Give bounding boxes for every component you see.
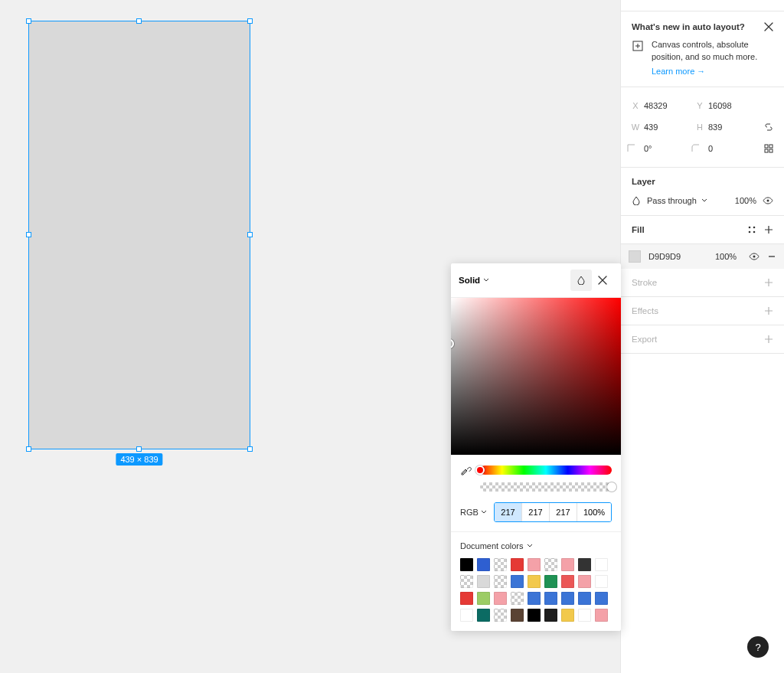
color-swatch[interactable] [544, 575, 557, 588]
fill-styles-icon[interactable] [747, 225, 756, 234]
stroke-panel-header: Stroke [621, 269, 784, 297]
color-swatch[interactable] [578, 558, 591, 571]
close-picker-button[interactable] [592, 270, 613, 291]
fill-opacity-input[interactable]: 100% [715, 252, 741, 261]
color-swatch[interactable] [528, 592, 541, 605]
color-swatch[interactable] [595, 592, 608, 605]
alpha-slider[interactable] [480, 482, 612, 492]
fill-swatch[interactable] [629, 250, 641, 263]
add-effect-button[interactable] [764, 306, 773, 315]
color-swatch[interactable] [595, 575, 608, 588]
resize-handle-tr[interactable] [247, 18, 253, 24]
color-swatch[interactable] [460, 558, 473, 571]
resize-handle-tl[interactable] [26, 18, 31, 24]
color-swatch[interactable] [477, 609, 490, 622]
color-swatch[interactable] [528, 575, 541, 588]
corner-radius-input[interactable]: 0 [708, 144, 713, 153]
color-swatch[interactable] [595, 558, 608, 571]
x-input[interactable]: 48329 [644, 101, 668, 110]
b-input[interactable] [550, 503, 577, 521]
remove-fill-button[interactable] [767, 252, 776, 261]
color-swatch[interactable] [528, 609, 541, 622]
selected-frame[interactable]: 439 × 839 [28, 21, 250, 449]
color-swatch[interactable] [494, 592, 507, 605]
color-swatch[interactable] [561, 558, 574, 571]
blend-toggle-button[interactable] [570, 270, 592, 291]
color-swatch[interactable] [460, 575, 473, 588]
alpha-input[interactable] [577, 503, 611, 521]
document-colors-select[interactable]: Document colors [460, 541, 612, 550]
fill-type-select[interactable]: Solid [459, 276, 570, 285]
whats-new-body: Canvas controls, absolute position, and … [652, 39, 773, 64]
color-swatch[interactable] [511, 558, 524, 571]
whats-new-title: What's new in auto layout? [632, 22, 745, 31]
saturation-cursor[interactable] [451, 339, 454, 348]
blend-mode-select[interactable]: Pass through [647, 196, 729, 205]
add-fill-button[interactable] [764, 225, 773, 234]
independent-corners-icon[interactable] [764, 144, 773, 153]
learn-more-link[interactable]: Learn more → [652, 67, 705, 76]
color-swatch[interactable] [544, 592, 557, 605]
color-swatch[interactable] [494, 609, 507, 622]
svg-point-7 [753, 227, 756, 229]
color-swatch[interactable] [561, 592, 574, 605]
g-input[interactable] [522, 503, 550, 521]
resize-handle-rc[interactable] [247, 232, 253, 237]
resize-handle-br[interactable] [247, 446, 253, 452]
color-swatch[interactable] [460, 592, 473, 605]
constrain-proportions-icon[interactable] [764, 123, 773, 132]
resize-handle-lc[interactable] [26, 232, 31, 237]
color-swatch[interactable] [561, 609, 574, 622]
color-swatch[interactable] [578, 609, 591, 622]
color-swatch[interactable] [561, 575, 574, 588]
width-input[interactable]: 439 [644, 123, 658, 132]
resize-handle-bc[interactable] [136, 446, 142, 452]
color-swatch[interactable] [528, 558, 541, 571]
hue-slider[interactable] [480, 466, 612, 475]
color-swatch[interactable] [511, 609, 524, 622]
w-label: W [627, 123, 644, 132]
rotation-input[interactable]: 0° [644, 144, 652, 153]
whats-new-card: What's new in auto layout? Canvas contro… [621, 11, 784, 87]
color-swatch[interactable] [511, 575, 524, 588]
visibility-icon[interactable] [749, 251, 760, 262]
color-picker-popover[interactable]: Solid RGB [451, 263, 621, 631]
rotation-icon [627, 144, 644, 152]
color-swatch[interactable] [511, 592, 524, 605]
r-input[interactable] [495, 503, 522, 521]
color-swatch[interactable] [494, 558, 507, 571]
visibility-icon[interactable] [763, 195, 773, 206]
color-swatch[interactable] [477, 558, 490, 571]
resize-handle-bl[interactable] [26, 446, 31, 452]
close-icon[interactable] [764, 22, 773, 31]
color-swatch[interactable] [595, 609, 608, 622]
alpha-thumb[interactable] [607, 482, 616, 492]
fill-hex-input[interactable]: D9D9D9 [648, 252, 707, 261]
color-swatch[interactable] [460, 609, 473, 622]
svg-point-8 [749, 231, 751, 234]
add-export-button[interactable] [764, 335, 773, 344]
color-swatch[interactable] [544, 558, 557, 571]
fill-title: Fill [632, 225, 645, 234]
height-input[interactable]: 839 [708, 123, 722, 132]
add-stroke-button[interactable] [764, 278, 773, 287]
effects-panel-header: Effects [621, 297, 784, 325]
color-swatch[interactable] [578, 575, 591, 588]
color-swatch[interactable] [578, 592, 591, 605]
color-swatch[interactable] [477, 575, 490, 588]
y-input[interactable]: 16098 [708, 101, 732, 110]
color-model-select[interactable]: RGB [460, 508, 487, 517]
help-button[interactable]: ? [747, 636, 769, 658]
color-swatch[interactable] [477, 592, 490, 605]
layer-title: Layer [632, 177, 655, 186]
layer-opacity-input[interactable]: 100% [735, 196, 756, 205]
color-swatch[interactable] [494, 575, 507, 588]
color-swatch[interactable] [544, 609, 557, 622]
properties-panel: What's new in auto layout? Canvas contro… [620, 0, 784, 673]
eyedropper-icon[interactable] [460, 464, 472, 476]
hue-thumb[interactable] [475, 466, 485, 475]
position-section: X48329 Y16098 W439 H839 0° 0 [621, 87, 784, 168]
saturation-field[interactable] [451, 298, 621, 455]
y-label: Y [691, 101, 708, 110]
resize-handle-tc[interactable] [136, 18, 142, 24]
